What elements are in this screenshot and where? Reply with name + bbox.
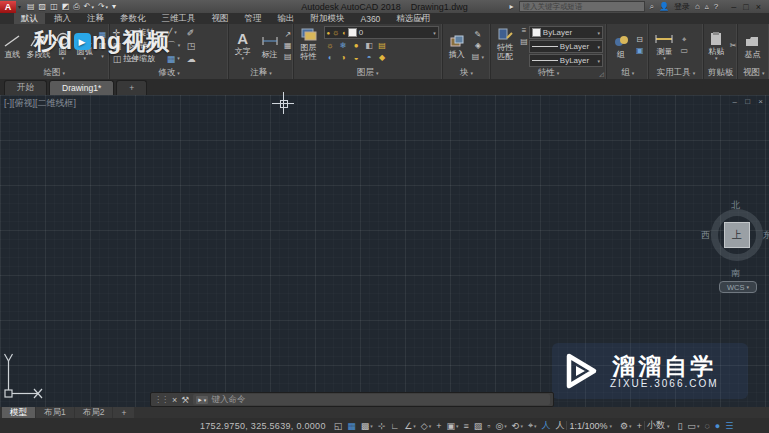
layer-previous-icon[interactable]: ◒ bbox=[354, 53, 359, 63]
groups-panel-label[interactable]: 组▾ bbox=[607, 67, 649, 79]
annotate-more-icon[interactable]: ▤ bbox=[284, 52, 292, 62]
block-edit-icon[interactable]: ✎ bbox=[472, 30, 484, 40]
qat-customize-icon[interactable]: ▾▾ bbox=[112, 2, 116, 12]
object-color-combo[interactable]: ByLayer ▾ bbox=[529, 26, 603, 39]
gradient-icon[interactable]: ▧ ▾ bbox=[97, 41, 108, 61]
view-panel-label[interactable]: 视图▾ bbox=[738, 67, 769, 79]
ribbon-display-toggle[interactable]: ▭▾ bbox=[408, 13, 430, 24]
annotation-scale-control[interactable]: 1:1/100%▾ bbox=[569, 421, 612, 431]
viewcube-west[interactable]: 西 bbox=[701, 229, 710, 242]
viewport-window-controls[interactable]: – □ × bbox=[733, 97, 766, 106]
app-menu-button[interactable]: A bbox=[0, 1, 16, 13]
exchange-apps-icon[interactable]: ⌂ bbox=[695, 2, 700, 11]
stretch-button[interactable]: ◫拉伸 bbox=[113, 53, 129, 64]
paste-button[interactable]: 粘贴 ▾ bbox=[705, 30, 728, 61]
annotation-monitor-icon[interactable]: +▾ bbox=[637, 421, 642, 431]
wcs-menu[interactable]: WCS▾ bbox=[719, 281, 757, 293]
circle-dropdown-icon[interactable]: ▾ bbox=[62, 56, 65, 61]
revision-cloud-button[interactable]: ☁ bbox=[187, 54, 203, 64]
ortho-icon[interactable]: ∟▾ bbox=[390, 421, 399, 431]
dynamic-input-icon[interactable]: ⊹▾ bbox=[378, 421, 386, 431]
selection-cycling-icon[interactable]: ▫▾ bbox=[487, 421, 490, 431]
workspace-gear-icon[interactable]: ⚙▾ bbox=[620, 421, 632, 431]
signin-label[interactable]: 登录 bbox=[674, 1, 690, 12]
close-button[interactable]: × bbox=[756, 2, 761, 12]
layer-combo-dropdown-icon[interactable]: ▾ bbox=[433, 30, 436, 36]
command-input-field[interactable]: ▸▾ 键入命令 bbox=[193, 394, 550, 405]
save-icon[interactable]: ◫▾ bbox=[50, 2, 58, 12]
isodraft-icon[interactable]: ◇▾ bbox=[421, 421, 431, 431]
block-define-attr-icon[interactable]: ◈ bbox=[472, 41, 484, 51]
command-line-bar[interactable]: ⋮⋮ × ⚒ ▸▾ 键入命令 bbox=[150, 392, 554, 407]
layer-state-icon[interactable]: ▤ bbox=[378, 41, 386, 51]
layer-select-combo[interactable]: ● ☼ ◖ 0 ▾ bbox=[324, 26, 439, 39]
lock-ui-icon[interactable]: ▭▾ bbox=[687, 421, 699, 431]
search-toggle-icon[interactable]: ▸ bbox=[509, 2, 513, 11]
layout-tab[interactable]: + bbox=[113, 407, 134, 418]
lineweight-icon[interactable]: ≡▾ bbox=[463, 421, 468, 431]
ribbon-tab[interactable]: 视图 bbox=[205, 13, 236, 24]
command-close-icon[interactable]: × bbox=[172, 395, 177, 405]
measure-button[interactable]: 测量 ▾ bbox=[650, 30, 678, 61]
ribbon-tab[interactable]: 附加模块 bbox=[304, 13, 352, 24]
circle-button[interactable]: 圆 ▾ bbox=[53, 30, 72, 61]
layout-tab[interactable]: 布局2 bbox=[75, 407, 113, 418]
layer-match-icon[interactable]: ◓ bbox=[367, 53, 372, 63]
scale-button[interactable]: ▭缩放 bbox=[129, 53, 167, 64]
polyline-button[interactable]: 多段线 bbox=[25, 33, 51, 59]
quick-properties-icon[interactable]: ▯▾ bbox=[677, 421, 682, 431]
lineweight-combo[interactable]: ByLayer ▾ bbox=[529, 40, 603, 53]
explode-button[interactable]: ◳ bbox=[187, 41, 203, 51]
text-button[interactable]: A 文字 ▾ bbox=[230, 30, 255, 61]
viewcube-east[interactable]: 东 bbox=[763, 229, 769, 242]
autodesk-a360-icon[interactable]: ▵ bbox=[705, 2, 709, 11]
fillet-button[interactable]: ⌒▾ bbox=[167, 39, 187, 52]
recent-commands-button[interactable]: ▸▾ bbox=[196, 396, 208, 404]
clipboard-panel-label[interactable]: 剪贴板 bbox=[704, 67, 738, 79]
block-manage-icon[interactable]: ▤ ▾ bbox=[472, 52, 484, 62]
layout-tab[interactable]: 模型 bbox=[2, 407, 35, 418]
ribbon-tab[interactable]: 参数化 bbox=[113, 13, 153, 24]
grid-icon[interactable]: ▦▾ bbox=[347, 421, 356, 431]
ribbon-tab[interactable]: 注释 bbox=[80, 13, 111, 24]
trim-button[interactable]: ╱▾ bbox=[167, 28, 187, 38]
layer-unisolate-icon[interactable]: ◑ bbox=[341, 53, 346, 63]
command-customize-wrench-icon[interactable]: ⚒ bbox=[181, 395, 189, 405]
line-button[interactable]: 直线 bbox=[1, 33, 23, 59]
save-as-icon[interactable]: ◩▾ bbox=[62, 2, 70, 12]
rotate-button[interactable]: ⟳旋转 bbox=[129, 27, 167, 38]
osnap-icon[interactable]: ▣▾ bbox=[446, 421, 458, 431]
viewcube-south[interactable]: 南 bbox=[731, 267, 740, 280]
ribbon-tab[interactable]: 输出 bbox=[271, 13, 302, 24]
file-tab[interactable]: 开始 bbox=[4, 80, 47, 95]
search-icon[interactable]: ⌕ bbox=[650, 2, 654, 12]
selection-filter-icon[interactable]: ⌖▾ bbox=[528, 420, 537, 431]
annotate-panel-label[interactable]: 注释▾ bbox=[229, 67, 292, 79]
open-file-icon[interactable]: ▨▾ bbox=[39, 2, 47, 12]
snap-icon[interactable]: ▩▾ bbox=[361, 421, 373, 431]
properties-panel-label[interactable]: 特性▾ bbox=[491, 67, 606, 79]
ribbon-tab[interactable]: 管理 bbox=[238, 13, 269, 24]
layer-off-icon[interactable]: ☼ bbox=[326, 41, 333, 51]
layer-freeze-icon[interactable]: ❄ bbox=[340, 41, 347, 51]
file-tab[interactable]: Drawing1* bbox=[49, 80, 114, 95]
mirror-button[interactable]: ⋈镜像 bbox=[129, 40, 167, 51]
app-menu-caret-icon[interactable]: ▾ bbox=[18, 3, 21, 10]
dynamic-ucs-icon[interactable]: ⟲▾ bbox=[512, 421, 523, 431]
help-search-input[interactable] bbox=[519, 1, 645, 12]
viewport-controls-label[interactable]: [-][俯视][二维线框] bbox=[4, 97, 76, 110]
color-combo-dropdown-icon[interactable]: ▾ bbox=[597, 30, 600, 36]
base-view-button[interactable]: 基点 bbox=[739, 33, 765, 59]
redo-icon[interactable]: ↷▾ bbox=[98, 2, 108, 12]
modify-panel-label[interactable]: 修改▾ bbox=[110, 67, 229, 79]
isolate-objects-icon[interactable]: ◌▾ bbox=[704, 421, 709, 431]
ungroup-icon[interactable]: ⊟ bbox=[636, 35, 644, 45]
move-button[interactable]: ✛ bbox=[113, 28, 129, 38]
copy-button[interactable]: ▣ bbox=[113, 41, 129, 51]
insert-block-button[interactable]: 插入 bbox=[444, 33, 470, 59]
lineweight-list-icon[interactable]: ≡ bbox=[520, 26, 528, 36]
ribbon-tab[interactable]: 默认 bbox=[14, 13, 45, 24]
help-icon[interactable]: ? bbox=[714, 2, 718, 11]
drawing-canvas[interactable]: [-][俯视][二维线框] – □ × 北 西 东 南 上 WCS▾ bbox=[0, 95, 769, 407]
draw-panel-label[interactable]: 绘图▾ bbox=[0, 67, 109, 79]
